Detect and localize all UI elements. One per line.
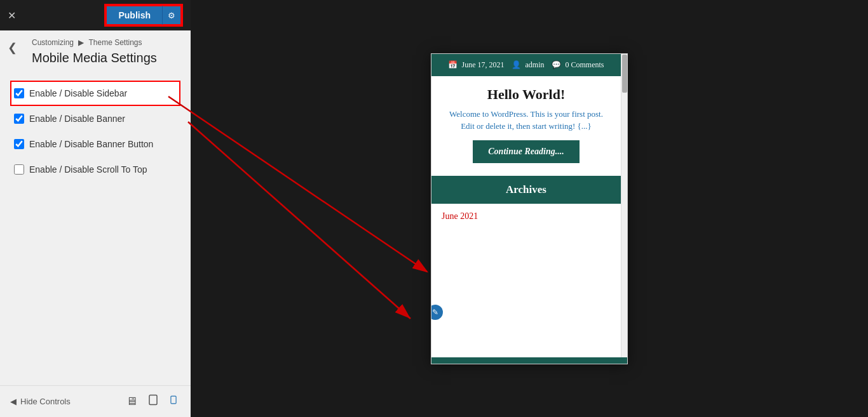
continue-reading-button[interactable]: Continue Reading.... [473, 140, 579, 163]
device-desktop-button[interactable]: 🖥 [123, 392, 140, 411]
preview-scrollbar[interactable] [621, 54, 627, 364]
breadcrumb-arrow: ▶ [78, 38, 84, 47]
top-bar: ✕ Publish ⚙ [0, 0, 191, 30]
hide-controls-icon: ◀ [10, 397, 17, 406]
settings-list: Enable / Disable Sidebar Enable / Disabl… [0, 76, 191, 385]
publish-wrapper: Publish ⚙ [104, 4, 183, 27]
svg-rect-0 [149, 395, 157, 405]
checkbox-banner[interactable] [14, 114, 24, 124]
archives-june-2021-link[interactable]: June 2021 [431, 209, 621, 224]
preview-bottom-bar [431, 357, 628, 364]
label-scroll-top[interactable]: Enable / Disable Scroll To Top [29, 164, 147, 175]
post-user: admin [525, 60, 544, 69]
post-title: Hello World! [431, 76, 621, 108]
hide-controls-button[interactable]: ◀ Hide Controls [10, 397, 71, 406]
preview-container: 📅 June 17, 2021 👤 admin 💬 0 Comments [431, 53, 628, 364]
comments-meta: 💬 0 Comments [552, 60, 604, 70]
breadcrumb-root[interactable]: Customizing [32, 38, 74, 47]
publish-gear-button[interactable]: ⚙ [162, 5, 182, 25]
breadcrumb-section: Theme Settings [89, 38, 142, 47]
scrollbar-thumb [622, 55, 627, 93]
svg-rect-2 [171, 396, 176, 404]
main-area: 📅 June 17, 2021 👤 admin 💬 0 Comments [191, 0, 868, 417]
preview-wrapper: 📅 June 17, 2021 👤 admin 💬 0 Comments [431, 53, 628, 364]
post-meta-bar: 📅 June 17, 2021 👤 admin 💬 0 Comments [431, 54, 621, 76]
label-sidebar[interactable]: Enable / Disable Sidebar [29, 88, 127, 98]
post-comments: 0 Comments [565, 60, 604, 69]
edit-icon-circle[interactable]: ✎ [431, 305, 443, 320]
label-banner[interactable]: Enable / Disable Banner [29, 114, 125, 124]
svg-line-5 [188, 122, 410, 319]
checkbox-sidebar[interactable] [14, 88, 24, 98]
publish-button[interactable]: Publish [105, 5, 162, 25]
checkbox-banner-button[interactable] [14, 139, 24, 149]
label-banner-button[interactable]: Enable / Disable Banner Button [29, 139, 153, 149]
comment-icon: 💬 [552, 60, 561, 69]
hide-controls-label: Hide Controls [20, 397, 71, 406]
archives-header: Archives [431, 176, 621, 204]
pencil-icon: ✎ [432, 308, 438, 317]
setting-item-banner-button: Enable / Disable Banner Button [10, 131, 180, 157]
preview-content: 📅 June 17, 2021 👤 admin 💬 0 Comments [431, 54, 621, 224]
calendar-icon: 📅 [448, 60, 458, 69]
back-button[interactable]: ❮ [8, 41, 17, 55]
checkbox-scroll-top[interactable] [14, 164, 24, 175]
bottom-bar: ◀ Hide Controls 🖥 [0, 385, 191, 417]
left-panel: ✕ Publish ⚙ ❮ Customizing ▶ Theme Settin… [0, 0, 191, 417]
close-button[interactable]: ✕ [8, 10, 16, 22]
breadcrumb: Customizing ▶ Theme Settings [0, 30, 191, 50]
setting-item-banner: Enable / Disable Banner [10, 106, 180, 131]
device-mobile-button[interactable] [166, 392, 180, 411]
meta-top: 📅 June 17, 2021 👤 admin 💬 0 Comments [448, 60, 604, 70]
device-tablet-button[interactable] [145, 392, 161, 411]
date-meta: 📅 June 17, 2021 [448, 60, 504, 70]
user-meta: 👤 admin [512, 60, 544, 70]
setting-item-sidebar: Enable / Disable Sidebar [10, 81, 180, 106]
user-icon: 👤 [512, 60, 521, 69]
post-date: June 17, 2021 [461, 60, 504, 69]
panel-title: Mobile Media Settings [0, 50, 191, 76]
post-excerpt: Welcome to WordPress. This is your first… [431, 108, 621, 140]
setting-item-scroll-top: Enable / Disable Scroll To Top [10, 157, 180, 182]
